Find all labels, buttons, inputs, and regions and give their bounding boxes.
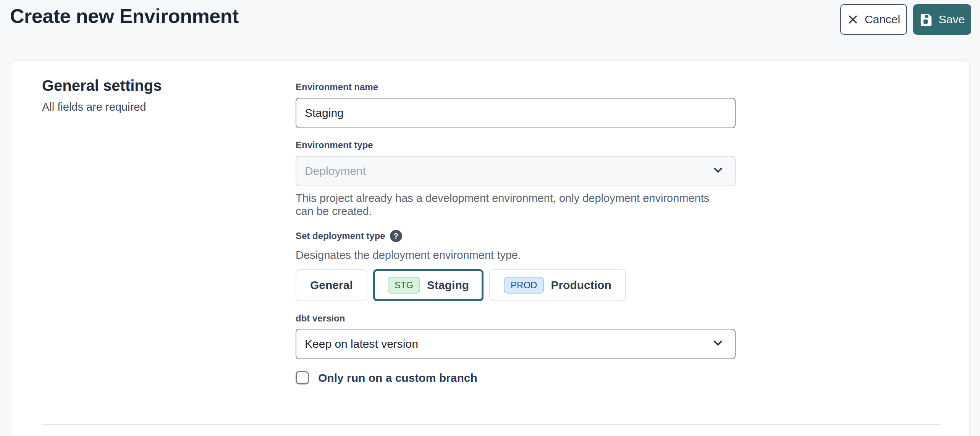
general-settings-card: General settings All fields are required…	[11, 60, 970, 436]
option-staging-label: Staging	[427, 279, 469, 292]
help-icon[interactable]: ?	[390, 230, 402, 242]
dbt-version-select[interactable]: Keep on latest version	[296, 329, 736, 359]
chevron-down-icon	[711, 163, 725, 179]
staging-badge: STG	[388, 277, 420, 294]
production-badge: PROD	[504, 277, 544, 294]
chevron-down-icon	[711, 336, 725, 352]
save-button[interactable]: Save	[913, 4, 971, 35]
section-title: General settings	[42, 77, 162, 94]
environment-type-select[interactable]: Deployment	[296, 156, 736, 186]
custom-branch-row[interactable]: Only run on a custom branch	[296, 371, 477, 384]
option-production-label: Production	[551, 279, 611, 292]
environment-type-helper: This project already has a development e…	[296, 192, 716, 218]
environment-name-input[interactable]	[296, 98, 736, 128]
close-icon	[847, 14, 859, 25]
page-title: Create new Environment	[10, 5, 239, 27]
environment-type-label: Environment type	[296, 140, 373, 150]
cancel-button[interactable]: Cancel	[840, 4, 907, 35]
option-general-label: General	[310, 279, 353, 292]
save-button-label: Save	[939, 13, 965, 26]
deployment-type-label-row: Set deployment type ?	[296, 230, 402, 242]
section-divider	[42, 424, 940, 425]
dbt-version-value: Keep on latest version	[305, 337, 418, 350]
deployment-type-option-production[interactable]: PROD Production	[489, 269, 626, 301]
create-environment-page: Create new Environment Cancel Save Gener…	[0, 0, 980, 436]
deployment-type-options: General STG Staging PROD Production	[296, 269, 626, 301]
deployment-type-option-staging[interactable]: STG Staging	[373, 269, 484, 301]
deployment-type-description: Designates the deployment environment ty…	[296, 249, 521, 262]
environment-type-value: Deployment	[305, 165, 366, 178]
environment-name-label: Environment name	[296, 82, 378, 92]
custom-branch-checkbox[interactable]	[296, 371, 309, 384]
cancel-button-label: Cancel	[865, 13, 900, 26]
deployment-type-label: Set deployment type	[296, 231, 385, 241]
dbt-version-label: dbt version	[296, 313, 345, 324]
section-subtitle: All fields are required	[42, 101, 146, 113]
custom-branch-label: Only run on a custom branch	[318, 371, 477, 384]
deployment-type-option-general[interactable]: General	[296, 269, 367, 301]
save-icon	[920, 13, 933, 26]
